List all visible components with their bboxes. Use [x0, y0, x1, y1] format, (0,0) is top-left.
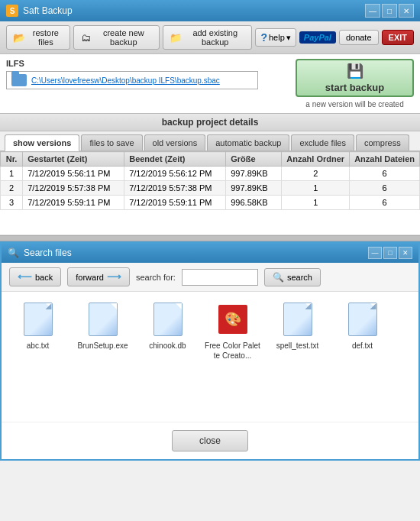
- create-backup-button[interactable]: 🗂 create new backup: [73, 25, 160, 50]
- close-button[interactable]: ✕: [399, 4, 414, 18]
- window-title: Saft Backup: [23, 5, 73, 16]
- file-path-box: C:\Users\lovefreesw\Desktop\backup ILFS\…: [6, 71, 258, 89]
- doc-icon: [283, 303, 312, 336]
- cell-nr: 2: [1, 181, 23, 196]
- cell-ended: 7/12/2019 5:56:12 PM: [124, 167, 226, 181]
- col-header-folders: Anzahl Ordner: [282, 152, 350, 167]
- maximize-button[interactable]: □: [382, 4, 397, 18]
- section-divider: [0, 235, 420, 241]
- help-question-icon: ?: [260, 31, 267, 44]
- exe-icon: [89, 303, 118, 336]
- search-execute-button[interactable]: 🔍 search: [264, 268, 321, 286]
- file-item[interactable]: 🎨Free Color Palette Creato...: [204, 301, 261, 361]
- forward-button[interactable]: forward ⟶: [67, 267, 130, 286]
- search-execute-label: search: [287, 273, 312, 282]
- col-header-ended: Beendet (Zeit): [124, 152, 226, 167]
- window-controls: — □ ✕: [365, 4, 414, 18]
- cell-folders: 2: [282, 167, 350, 181]
- search-close-button[interactable]: ✕: [399, 247, 412, 259]
- folder-icon: [11, 74, 27, 86]
- create-backup-icon: 🗂: [80, 31, 92, 44]
- search-minimize-button[interactable]: —: [368, 247, 382, 259]
- file-path-text: C:\Users\lovefreesw\Desktop\backup ILFS\…: [31, 76, 220, 85]
- file-icon-area: [20, 301, 57, 338]
- minimize-button[interactable]: —: [365, 4, 380, 18]
- file-name: BrunSetup.exe: [77, 341, 128, 351]
- close-dialog-button[interactable]: close: [172, 430, 248, 451]
- start-backup-label: start backup: [325, 82, 384, 93]
- forward-arrow-icon: ⟶: [107, 271, 121, 283]
- back-arrow-icon: ⟵: [18, 271, 32, 283]
- search-dialog-controls: — □ ✕: [368, 247, 412, 259]
- cell-ended: 7/12/2019 5:57:38 PM: [124, 181, 226, 196]
- cell-started: 7/12/2019 5:59:11 PM: [23, 196, 124, 210]
- file-path-left: ILFS C:\Users\lovefreesw\Desktop\backup …: [6, 59, 289, 89]
- table-row[interactable]: 3 7/12/2019 5:59:11 PM 7/12/2019 5:59:11…: [1, 196, 420, 210]
- backup-versions-table: Nr. Gestartet (Zeit) Beendet (Zeit) Größ…: [0, 151, 420, 210]
- doc-icon: [348, 303, 377, 336]
- search-dialog: 🔍 Search files — □ ✕ ⟵ back forward ⟶ se…: [0, 241, 420, 461]
- doc-icon: [24, 303, 53, 336]
- search-dialog-app-icon: 🔍: [8, 248, 19, 258]
- search-for-label: search for:: [136, 273, 176, 282]
- file-name: spell_test.txt: [276, 341, 319, 351]
- start-backup-icon: 💾: [347, 63, 363, 79]
- col-header-size: Größe: [226, 152, 282, 167]
- backup-versions-table-area: Nr. Gestartet (Zeit) Beendet (Zeit) Größ…: [0, 151, 420, 235]
- col-header-nr: Nr.: [1, 152, 23, 167]
- file-name: abc.txt: [27, 341, 49, 351]
- paypal-area: PayPal donate EXIT: [299, 30, 414, 45]
- search-magnifier-icon: 🔍: [273, 272, 284, 283]
- restore-icon: 📂: [13, 31, 25, 44]
- start-backup-button[interactable]: 💾 start backup: [296, 59, 414, 97]
- paypal-logo: PayPal: [299, 31, 336, 44]
- cell-started: 7/12/2019 5:57:38 PM: [23, 181, 124, 196]
- start-backup-area: 💾 start backup a new version will be cre…: [296, 59, 414, 108]
- tab-show-versions[interactable]: show versions: [5, 134, 79, 151]
- add-existing-icon: 📁: [170, 31, 182, 44]
- close-area: close: [2, 422, 418, 459]
- search-title-left: 🔍 Search files: [8, 248, 72, 258]
- help-button[interactable]: ? help ▾: [255, 28, 296, 47]
- back-button[interactable]: ⟵ back: [9, 267, 61, 286]
- cell-folders: 1: [282, 196, 350, 210]
- table-row[interactable]: 2 7/12/2019 5:57:38 PM 7/12/2019 5:57:38…: [1, 181, 420, 196]
- exit-button[interactable]: EXIT: [382, 30, 414, 45]
- image-icon: 🎨: [218, 305, 247, 334]
- cell-started: 7/12/2019 5:56:11 PM: [23, 167, 124, 181]
- main-title-bar: S Saft Backup — □ ✕: [0, 0, 420, 21]
- cell-nr: 3: [1, 196, 23, 210]
- search-maximize-button[interactable]: □: [383, 247, 397, 259]
- file-icon-area: [85, 301, 121, 338]
- title-bar-left: S Saft Backup: [6, 5, 73, 17]
- file-grid: abc.txtBrunSetup.exechinook.db🎨Free Colo…: [2, 292, 418, 422]
- tab-files-to-save[interactable]: files to save: [81, 134, 142, 150]
- main-toolbar: 📂 restore files 🗂 create new backup 📁 ad…: [0, 21, 420, 54]
- tab-automatic-backup[interactable]: automatic backup: [207, 134, 289, 150]
- ilfs-label: ILFS: [6, 59, 289, 68]
- file-item[interactable]: spell_test.txt: [269, 301, 326, 361]
- table-row[interactable]: 1 7/12/2019 5:56:11 PM 7/12/2019 5:56:12…: [1, 167, 420, 181]
- cell-ended: 7/12/2019 5:59:11 PM: [124, 196, 226, 210]
- file-item[interactable]: def.txt: [334, 301, 391, 361]
- search-input[interactable]: [182, 269, 258, 286]
- file-icon-area: [344, 301, 381, 338]
- file-item[interactable]: BrunSetup.exe: [74, 301, 131, 361]
- col-header-started: Gestartet (Zeit): [23, 152, 124, 167]
- restore-files-button[interactable]: 📂 restore files: [6, 25, 70, 50]
- cell-size: 996.58KB: [226, 196, 282, 210]
- donate-button[interactable]: donate: [339, 30, 379, 45]
- file-item[interactable]: chinook.db: [139, 301, 196, 361]
- cell-files: 6: [350, 167, 420, 181]
- file-icon-area: 🎨: [215, 301, 251, 338]
- tab-exclude-files[interactable]: exclude files: [291, 134, 354, 150]
- file-name: def.txt: [352, 341, 373, 351]
- add-existing-button[interactable]: 📁 add existing backup: [163, 25, 252, 50]
- cell-folders: 1: [282, 181, 350, 196]
- tab-old-versions[interactable]: old versions: [144, 134, 206, 150]
- tabs-area: show versions files to save old versions…: [0, 131, 420, 151]
- cell-files: 6: [350, 196, 420, 210]
- tab-compress[interactable]: compress: [356, 134, 409, 150]
- file-item[interactable]: abc.txt: [9, 301, 66, 361]
- cell-files: 6: [350, 181, 420, 196]
